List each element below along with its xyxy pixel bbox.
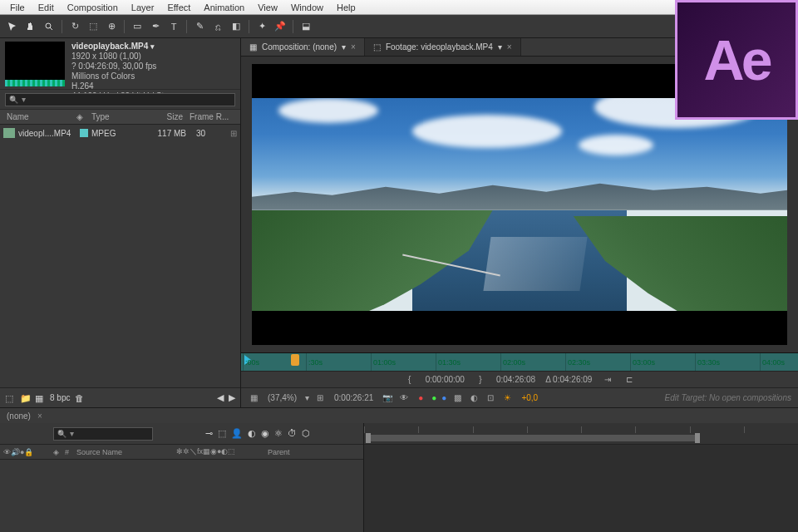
menu-layer[interactable]: Layer <box>125 2 161 13</box>
in-point[interactable]: 0:00:00:00 <box>426 375 465 384</box>
col-switches: ✻✲＼fx▦◉●◐⬚ <box>173 446 264 457</box>
separator <box>62 20 62 33</box>
tool-option-icon[interactable]: ⬓ <box>298 19 313 34</box>
menu-composition[interactable]: Composition <box>61 2 125 13</box>
rotation-tool-icon[interactable]: ↻ <box>67 19 82 34</box>
hand-tool-icon[interactable] <box>23 19 38 34</box>
interpret-footage-icon[interactable]: ⬚ <box>5 393 15 403</box>
project-item-row[interactable]: videopl....MP4 MPEG 117 MB 30 ⊞ <box>0 125 240 141</box>
col-name[interactable]: Name <box>0 112 76 121</box>
work-area-bar[interactable] <box>367 435 698 441</box>
timeline-ruler[interactable] <box>364 423 798 445</box>
mask-icon[interactable]: ◐ <box>468 392 480 404</box>
col-type[interactable]: Type <box>91 112 145 121</box>
project-search-input[interactable]: ▾ <box>5 93 235 106</box>
ripple-insert-icon[interactable]: ⇥ <box>602 374 613 386</box>
footage-duration: ? 0:04:26:09, 30,00 fps <box>71 62 180 71</box>
rect-tool-icon[interactable]: ▭ <box>130 19 145 34</box>
overlay-edit-icon[interactable]: ⊏ <box>623 374 635 386</box>
col-source[interactable]: Source Name <box>73 448 173 456</box>
region-icon[interactable]: ⊡ <box>485 392 496 404</box>
dropdown-icon[interactable]: ▾ <box>305 393 309 402</box>
menu-file[interactable]: File <box>3 2 32 13</box>
label-col-icon: ◈ <box>50 448 62 456</box>
close-icon[interactable]: × <box>351 42 356 52</box>
eraser-tool-icon[interactable]: ◧ <box>229 19 244 34</box>
timeline-right[interactable] <box>364 423 798 532</box>
selection-tool-icon[interactable] <box>5 19 20 34</box>
col-parent[interactable]: Parent <box>264 448 293 456</box>
resolution-icon[interactable]: ⊞ <box>314 392 326 404</box>
footage-info: videoplayback.MP4 1920 x 1080 (1,00) ? 0… <box>71 42 180 86</box>
col-label-icon[interactable]: ◈ <box>76 112 91 121</box>
set-out-icon[interactable]: } <box>475 374 486 386</box>
out-point[interactable]: 0:04:26:08 <box>496 375 535 384</box>
menu-animation[interactable]: Animation <box>197 2 251 13</box>
dropdown-icon[interactable]: ▾ <box>342 42 346 52</box>
pan-behind-tool-icon[interactable]: ⊕ <box>104 19 119 34</box>
menu-window[interactable]: Window <box>284 2 330 13</box>
current-time-marker-icon[interactable] <box>291 354 299 366</box>
tab-footage[interactable]: ⬚ Footage: videoplayback.MP4 ▾ × <box>365 38 521 56</box>
scroll-right-icon[interactable]: ▶ <box>229 392 235 403</box>
new-folder-icon[interactable]: 📁 <box>20 393 30 403</box>
roto-tool-icon[interactable]: ✦ <box>254 19 269 34</box>
ruler-tick: 03:00s <box>630 353 655 371</box>
close-icon[interactable]: × <box>37 411 42 421</box>
channel-icon[interactable]: ● <box>415 392 426 404</box>
bpc-toggle[interactable]: 8 bpc <box>50 393 70 402</box>
timeline-tab[interactable]: (none) × <box>0 408 798 423</box>
menu-help[interactable]: Help <box>330 2 362 13</box>
project-header: videoplayback.MP4 1920 x 1080 (1,00) ? 0… <box>0 38 240 90</box>
col-fps[interactable]: Frame R... <box>190 112 240 121</box>
always-preview-icon[interactable]: ▦ <box>248 392 259 404</box>
snapshot-icon[interactable]: 📷 <box>382 392 393 404</box>
tab-comp-label: Composition: (none) <box>262 42 337 52</box>
motion-blur-icon[interactable]: ◉ <box>261 428 269 439</box>
ruler-tick: 03:30s <box>695 353 720 371</box>
graph-editor-icon[interactable]: ⏱ <box>288 428 297 439</box>
brush-tool-icon[interactable]: ✎ <box>192 19 207 34</box>
brainstorm-icon[interactable]: ⚛ <box>274 428 283 439</box>
exposure-value[interactable]: +0,0 <box>518 393 541 402</box>
zoom-tool-icon[interactable] <box>42 19 57 34</box>
comp-mini-flowchart-icon[interactable]: ⊸ <box>205 428 213 439</box>
col-size[interactable]: Size <box>145 112 190 121</box>
new-comp-icon[interactable]: ▦ <box>35 393 45 403</box>
close-icon[interactable]: × <box>507 42 512 52</box>
work-area-start-handle[interactable] <box>366 433 371 443</box>
menu-effect[interactable]: Effect <box>160 2 197 13</box>
puppet-tool-icon[interactable]: 📌 <box>273 19 288 34</box>
clone-tool-icon[interactable]: ⎌ <box>210 19 225 34</box>
footage-name[interactable]: videoplayback.MP4 <box>71 42 180 52</box>
draft3d-icon[interactable]: ⬚ <box>218 428 226 439</box>
flowchart-icon[interactable]: ⊞ <box>230 129 237 138</box>
set-in-icon[interactable]: { <box>404 374 416 386</box>
type-tool-icon[interactable]: T <box>166 19 181 34</box>
menu-view[interactable]: View <box>251 2 284 13</box>
timeline-left: ▾ ⊸ ⬚ 👤 ◐ ◉ ⚛ ⏱ ⬡ 👁🔊●🔒 ◈ # Source Name ✻… <box>0 423 364 532</box>
pen-tool-icon[interactable]: ✒ <box>148 19 163 34</box>
work-area-end-handle[interactable] <box>695 433 700 443</box>
camera-tool-icon[interactable]: ⬚ <box>86 19 101 34</box>
delete-icon[interactable]: 🗑 <box>75 393 85 403</box>
transparency-grid-icon[interactable]: ▩ <box>451 392 463 404</box>
footage-thumbnail[interactable] <box>5 42 65 86</box>
separator <box>293 20 293 33</box>
current-time[interactable]: 0:00:26:21 <box>331 393 377 402</box>
shy-icon[interactable]: 👤 <box>231 428 243 439</box>
tab-composition[interactable]: ▦ Composition: (none) ▾ × <box>241 38 365 56</box>
frame-blend-icon[interactable]: ◐ <box>248 428 256 439</box>
menu-edit[interactable]: Edit <box>32 2 61 13</box>
timeline-tab-label: (none) <box>7 411 31 421</box>
zoom-level[interactable]: (37,4%) <box>264 393 300 402</box>
show-snapshot-icon[interactable]: 👁 <box>398 392 410 404</box>
exposure-icon[interactable]: ☀ <box>501 392 513 404</box>
viewer-time-ruler[interactable]: :00s :30s 01:00s 01:30s 02:00s 02:30s 03… <box>241 352 798 371</box>
footage-icon: ⬚ <box>373 42 381 52</box>
auto-keyframe-icon[interactable]: ⬡ <box>302 428 310 439</box>
label-color-icon[interactable] <box>80 129 88 137</box>
scroll-left-icon[interactable]: ◀ <box>217 392 224 403</box>
dropdown-icon[interactable]: ▾ <box>498 42 502 52</box>
timeline-search-input[interactable]: ▾ <box>53 427 153 441</box>
